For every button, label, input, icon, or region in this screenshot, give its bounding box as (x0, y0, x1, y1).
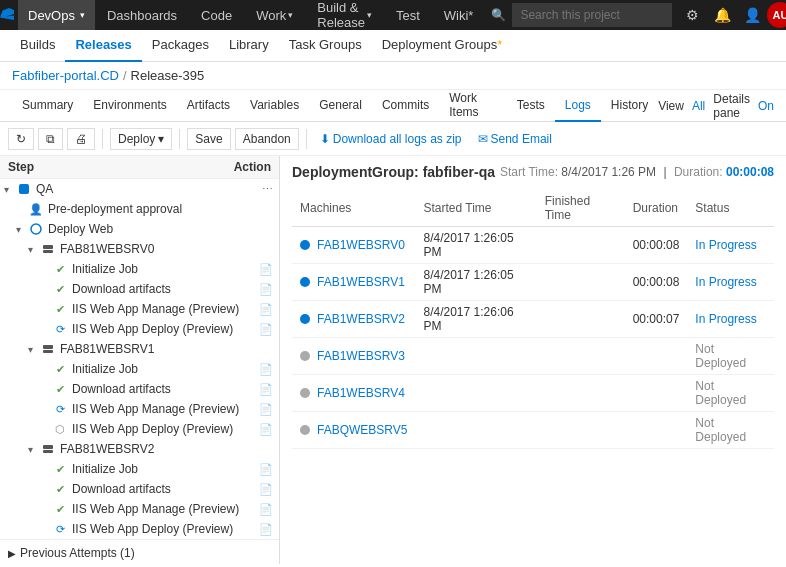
download-icon: ⬇ (320, 132, 330, 146)
tree-qa-group[interactable]: ▾ QA ⋯ (0, 179, 279, 199)
search-input[interactable] (512, 3, 672, 27)
log-icon[interactable]: 📄 (259, 423, 279, 436)
nav-dashboards[interactable]: Dashboards (95, 0, 189, 30)
finished-cell (537, 338, 625, 375)
tab-commits[interactable]: Commits (372, 90, 439, 122)
tree-iis-manage2[interactable]: ✔ IIS Web App Manage (Preview) 📄 (0, 499, 279, 519)
machine-link[interactable]: FAB1WEBSRV1 (300, 275, 407, 289)
settings-icon[interactable]: ⚙ (677, 0, 707, 30)
log-icon[interactable]: 📄 (259, 383, 279, 396)
send-email-link[interactable]: ✉ Send Email (472, 129, 558, 149)
tab-summary[interactable]: Summary (12, 90, 83, 122)
deploy-button[interactable]: Deploy ▾ (110, 128, 172, 150)
tree-server0[interactable]: ▾ FAB81WEBSRV0 (0, 239, 279, 259)
nav-wiki[interactable]: Wiki* (432, 0, 486, 30)
machine-link[interactable]: FABQWEBSRV5 (300, 423, 407, 437)
duration-cell (625, 375, 688, 412)
tree-download2[interactable]: ✔ Download artifacts 📄 (0, 479, 279, 499)
subnav-deploymentgroups[interactable]: Deployment Groups (372, 30, 513, 62)
tree-iis-manage1[interactable]: ⟳ IIS Web App Manage (Preview) 📄 (0, 399, 279, 419)
log-icon[interactable]: 📄 (259, 463, 279, 476)
status-dot-icon (300, 277, 310, 287)
machine-link[interactable]: FAB1WEBSRV2 (300, 312, 407, 326)
abandon-button[interactable]: Abandon (235, 128, 299, 150)
tree-init2[interactable]: ✔ Initialize Job 📄 (0, 459, 279, 479)
view-all-link[interactable]: All (692, 99, 705, 113)
save-button[interactable]: Save (187, 128, 230, 150)
log-icon[interactable]: 📄 (259, 363, 279, 376)
init2-label: Initialize Job (72, 462, 259, 476)
table-row: FAB1WEBSRV1 8/4/2017 1:26:05 PM 00:00:08… (292, 264, 774, 301)
tree-iis-manage0[interactable]: ✔ IIS Web App Manage (Preview) 📄 (0, 299, 279, 319)
tree-iis-deploy2[interactable]: ⟳ IIS Web App Deploy (Preview) 📄 (0, 519, 279, 539)
tree-iis-deploy0[interactable]: ⟳ IIS Web App Deploy (Preview) 📄 (0, 319, 279, 339)
server0-label: FAB81WEBSRV0 (60, 242, 279, 256)
tab-general[interactable]: General (309, 90, 372, 122)
log-icon[interactable]: 📄 (259, 523, 279, 536)
tree-download0[interactable]: ✔ Download artifacts 📄 (0, 279, 279, 299)
subnav-taskgroups[interactable]: Task Groups (279, 30, 372, 62)
tab-variables[interactable]: Variables (240, 90, 309, 122)
toolbar: ↻ ⧉ 🖨 Deploy ▾ Save Abandon ⬇ Download a… (0, 122, 786, 156)
tab-tests[interactable]: Tests (507, 90, 555, 122)
log-icon[interactable]: 📄 (259, 263, 279, 276)
print-button[interactable]: 🖨 (67, 128, 95, 150)
tree-init1[interactable]: ✔ Initialize Job 📄 (0, 359, 279, 379)
nav-build-release[interactable]: Build & Release (305, 0, 384, 30)
qa-action-icon[interactable]: ⋯ (262, 183, 279, 196)
nav-test[interactable]: Test (384, 0, 432, 30)
tab-logs[interactable]: Logs (555, 90, 601, 122)
duration-label: Duration: (674, 165, 723, 179)
subnav-library[interactable]: Library (219, 30, 279, 62)
subnav-builds[interactable]: Builds (10, 30, 65, 62)
success-icon: ✔ (52, 261, 68, 277)
devops-nav-button[interactable]: DevOps ▾ (18, 0, 95, 30)
svg-rect-5 (43, 350, 53, 353)
tree-deploy-web[interactable]: ▾ Deploy Web (0, 219, 279, 239)
log-icon[interactable]: 📄 (259, 503, 279, 516)
status-cell: Not Deployed (687, 338, 774, 375)
subnav-releases[interactable]: Releases (65, 30, 141, 62)
duration-value: 00:00:08 (726, 165, 774, 179)
tree-pre-deploy[interactable]: 👤 Pre-deployment approval (0, 199, 279, 219)
log-icon[interactable]: 📄 (259, 483, 279, 496)
nav-work[interactable]: Work (244, 0, 305, 30)
user-icon[interactable]: 👤 (737, 0, 767, 30)
details-pane-on-link[interactable]: On (758, 99, 774, 113)
deploy-web-label: Deploy Web (48, 222, 279, 236)
tab-history[interactable]: History (601, 90, 658, 122)
log-icon[interactable]: 📄 (259, 283, 279, 296)
server1-label: FAB81WEBSRV1 (60, 342, 279, 356)
chevron-down-icon: ▾ (28, 444, 40, 455)
chevron-down-icon: ▾ (4, 184, 16, 195)
tree-download1[interactable]: ✔ Download artifacts 📄 (0, 379, 279, 399)
refresh-button[interactable]: ↻ (8, 128, 34, 150)
tree-server2[interactable]: ▾ FAB81WEBSRV2 (0, 439, 279, 459)
machine-link[interactable]: FAB1WEBSRV3 (300, 349, 407, 363)
started-cell: 8/4/2017 1:26:05 PM (415, 264, 536, 301)
nav-code[interactable]: Code (189, 0, 244, 30)
notifications-icon[interactable]: 🔔 (707, 0, 737, 30)
subnav-packages[interactable]: Packages (142, 30, 219, 62)
log-icon[interactable]: 📄 (259, 303, 279, 316)
status-cell: In Progress (687, 301, 774, 338)
tab-workitems[interactable]: Work Items (439, 90, 507, 122)
tree-init0[interactable]: ✔ Initialize Job 📄 (0, 259, 279, 279)
download-logs-link[interactable]: ⬇ Download all logs as zip (314, 129, 468, 149)
clone-button[interactable]: ⧉ (38, 128, 63, 150)
machine-link[interactable]: FAB1WEBSRV0 (300, 238, 407, 252)
chevron-down-icon: ▾ (28, 344, 40, 355)
tree-server1[interactable]: ▾ FAB81WEBSRV1 (0, 339, 279, 359)
tree-iis-deploy1[interactable]: ⬡ IIS Web App Deploy (Preview) 📄 (0, 419, 279, 439)
previous-attempts[interactable]: ▶ Previous Attempts (1) (0, 539, 279, 564)
iis-manage1-label: IIS Web App Manage (Preview) (72, 402, 259, 416)
machine-link[interactable]: FAB1WEBSRV4 (300, 386, 407, 400)
log-icon[interactable]: 📄 (259, 403, 279, 416)
tab-environments[interactable]: Environments (83, 90, 176, 122)
breadcrumb-part1[interactable]: Fabfiber-portal.CD (12, 68, 119, 83)
tab-artifacts[interactable]: Artifacts (177, 90, 240, 122)
log-icon[interactable]: 📄 (259, 323, 279, 336)
azure-devops-logo[interactable] (0, 0, 18, 30)
deployment-group-title: DeploymentGroup: fabfiber-qa (292, 164, 495, 180)
avatar[interactable]: AU (767, 2, 786, 28)
